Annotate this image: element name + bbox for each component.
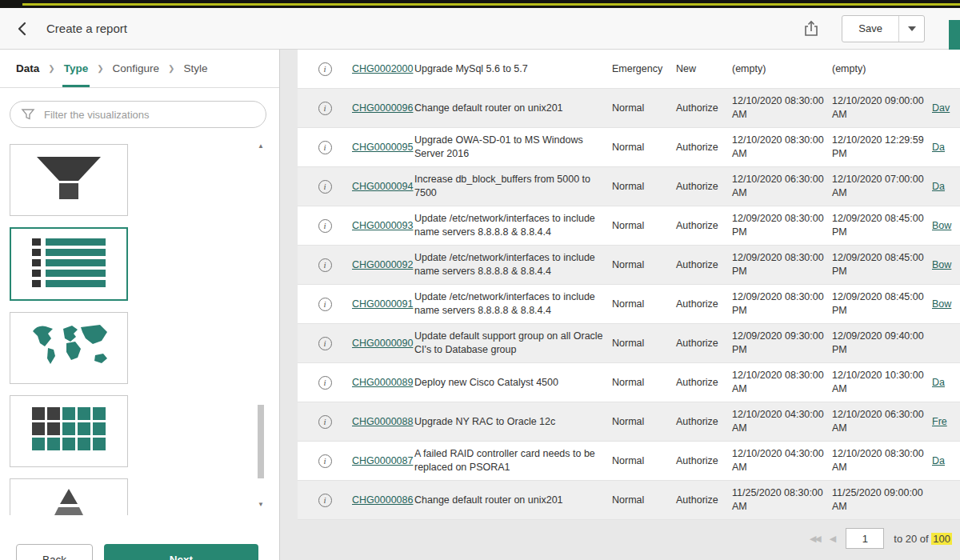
assignee-link[interactable]: Bow (932, 254, 960, 277)
end-date-cell: 12/09/2020 08:45:00 PM (832, 207, 932, 244)
start-date-cell: (empty) (732, 58, 832, 81)
record-number-link[interactable]: CHG0000096 (352, 97, 414, 120)
scrollbar-thumb[interactable] (258, 405, 264, 478)
end-date-cell: 12/09/2020 09:40:00 PM (832, 325, 932, 362)
info-icon[interactable] (318, 102, 332, 115)
short-description-cell: Increase db_block_buffers from 5000 to 7… (414, 168, 612, 205)
start-date-cell: 12/10/2020 08:30:00 AM (732, 129, 832, 166)
short-description-cell: Update default support group on all Orac… (414, 325, 612, 362)
short-description-cell: Upgrade NY RAC to Oracle 12c (414, 410, 612, 434)
assignee-link[interactable]: Da (932, 136, 960, 159)
save-dropdown-button[interactable] (898, 16, 924, 42)
scroll-down-icon[interactable] (257, 501, 265, 509)
info-icon[interactable] (318, 141, 332, 154)
start-date-cell: 11/25/2020 08:30:00 AM (732, 482, 832, 518)
info-icon[interactable] (318, 454, 332, 468)
record-number-link[interactable]: CHG0000092 (352, 254, 414, 277)
info-icon[interactable] (318, 219, 332, 233)
assignee-link[interactable]: Bow (932, 214, 960, 238)
next-button[interactable]: Next (104, 544, 258, 560)
assignee-link[interactable]: Dav (932, 97, 960, 120)
info-icon[interactable] (318, 494, 332, 507)
table-row: CHG0000090 Update default support group … (298, 324, 960, 363)
record-number-link[interactable]: CHG0000087 (352, 450, 414, 473)
info-icon[interactable] (318, 180, 332, 194)
end-date-cell: 12/10/2020 08:30:00 AM (832, 442, 932, 479)
short-description-cell: Deploy new Cisco Catalyst 4500 (414, 371, 612, 394)
viz-pyramid-card[interactable] (10, 478, 128, 515)
state-cell: Authorize (676, 450, 732, 473)
viz-heatmap-card[interactable] (10, 395, 128, 467)
start-date-cell: 12/09/2020 09:30:00 PM (732, 325, 832, 362)
record-number-link[interactable]: CHG0000091 (352, 293, 414, 316)
record-number-link[interactable]: CHG0000095 (352, 136, 414, 159)
assignee-link[interactable]: Bow (932, 293, 960, 316)
record-number-link[interactable]: CHG0000088 (352, 410, 414, 434)
start-date-cell: 12/09/2020 08:30:00 PM (732, 246, 832, 283)
step-data[interactable]: Data (14, 50, 41, 87)
share-icon[interactable] (803, 20, 819, 38)
step-style[interactable]: Style (182, 50, 210, 87)
heatmap-icon (32, 407, 106, 455)
table-row: CHG0000096 Change default router on unix… (298, 89, 960, 128)
step-type[interactable]: Type (62, 50, 90, 87)
start-date-cell: 12/09/2020 08:30:00 PM (732, 286, 832, 322)
report-table: CHG0002000 Upgrade MySql 5.6 to 5.7 Emer… (298, 50, 960, 520)
assignee-link[interactable]: Fre (932, 410, 960, 434)
video-progress-bar (0, 0, 960, 8)
record-number-link[interactable]: CHG0000090 (352, 332, 414, 355)
record-number-link[interactable]: CHG0000093 (352, 214, 414, 238)
info-icon[interactable] (318, 62, 332, 76)
assignee-link[interactable]: Da (932, 175, 960, 198)
filter-input[interactable] (10, 101, 266, 128)
priority-cell: Normal (612, 214, 676, 238)
info-icon[interactable] (318, 376, 332, 390)
pagination: to 20 of 100 (810, 528, 952, 549)
save-button[interactable]: Save (842, 16, 898, 42)
end-date-cell: 12/10/2020 09:00:00 AM (832, 90, 932, 126)
viz-funnel-chart-card[interactable] (10, 144, 128, 216)
back-chevron-icon[interactable] (14, 21, 30, 37)
assignee-link[interactable]: Da (932, 371, 960, 394)
priority-cell: Normal (612, 97, 676, 120)
chevron-right-icon (48, 50, 54, 87)
priority-cell: Normal (612, 332, 676, 355)
previous-page-icon[interactable] (830, 534, 836, 544)
info-icon[interactable] (318, 337, 332, 350)
start-date-cell: 12/10/2020 08:30:00 AM (732, 90, 832, 126)
first-page-icon[interactable] (810, 534, 820, 544)
state-cell: Authorize (676, 332, 732, 355)
funnel-chart-icon (32, 154, 106, 206)
record-number-link[interactable]: CHG0002000 (352, 58, 414, 81)
save-split-button: Save (842, 15, 925, 42)
scrollbar[interactable] (257, 141, 265, 515)
table-row: CHG0000088 Upgrade NY RAC to Oracle 12c … (298, 402, 960, 442)
chevron-right-icon (168, 50, 174, 87)
corner-accent (949, 20, 960, 50)
back-button[interactable]: Back (16, 544, 93, 560)
assignee-link[interactable]: Da (932, 450, 960, 473)
end-date-cell: 12/10/2020 12:29:59 PM (832, 129, 932, 166)
info-icon[interactable] (318, 258, 332, 272)
viz-list-card[interactable] (10, 227, 128, 301)
table-row: CHG0000094 Increase db_block_buffers fro… (298, 167, 960, 206)
page-input[interactable] (846, 528, 884, 549)
table-row: CHG0000092 Update /etc/network/interface… (298, 246, 960, 285)
assignee-link[interactable] (932, 338, 960, 348)
viz-world-map-card[interactable] (10, 312, 128, 384)
info-icon[interactable] (318, 415, 332, 429)
scroll-up-icon[interactable] (257, 142, 265, 150)
record-number-link[interactable]: CHG0000094 (352, 175, 414, 198)
step-configure[interactable]: Configure (111, 50, 162, 87)
state-cell: Authorize (676, 371, 732, 394)
info-icon[interactable] (318, 298, 332, 311)
record-number-link[interactable]: CHG0000089 (352, 371, 414, 394)
record-number-link[interactable]: CHG0000086 (352, 489, 414, 512)
assignee-link[interactable] (932, 495, 960, 505)
assignee-link[interactable] (932, 64, 960, 74)
end-date-cell: 12/10/2020 07:00:00 AM (832, 168, 932, 205)
table-row: CHG0000087 A failed RAID controller card… (298, 442, 960, 481)
app-header: Create a report Save (0, 8, 960, 50)
pyramid-icon (35, 487, 102, 515)
visualization-list (0, 138, 279, 515)
